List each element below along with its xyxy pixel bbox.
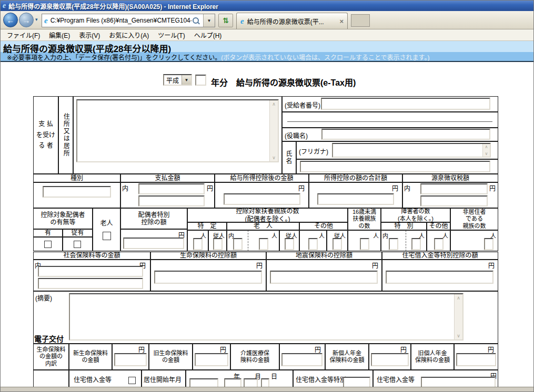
spin-up-icon[interactable]: ∧	[485, 145, 488, 149]
specified-subperson-box[interactable]	[213, 238, 223, 250]
person-label: 人	[406, 231, 426, 238]
payee-address-textarea[interactable]: ∧ ∨	[76, 99, 279, 162]
new-pension-input[interactable]	[371, 353, 409, 366]
name-label: 氏 名	[282, 141, 296, 174]
recent-pages-dropdown[interactable]: ▾	[35, 17, 38, 22]
specified-person-box[interactable]	[193, 238, 203, 250]
scroll-down-icon[interactable]: ∨	[272, 155, 276, 160]
other-subperson-box[interactable]	[333, 238, 342, 250]
care-label: 介護医療保 険料の金額	[230, 344, 279, 370]
memo-textarea[interactable]: ∧ ∨	[69, 293, 464, 341]
housing-loan-checkbox[interactable]	[128, 377, 136, 384]
quake-yen-label: 円	[372, 261, 378, 270]
menu-tools[interactable]: ツール(T)	[158, 30, 185, 39]
textarea-scrollbar[interactable]: ∧ ∨	[269, 100, 278, 161]
new-life-yen-label: 円	[138, 345, 145, 354]
specified-person-cell: 人	[187, 230, 208, 251]
care-input[interactable]	[281, 353, 323, 366]
total-deductions-input[interactable]	[317, 193, 394, 205]
spin-down-icon[interactable]: ∨	[485, 151, 488, 156]
memo-scrollbar[interactable]: ∧ ∨	[454, 294, 462, 339]
forward-icon: →	[23, 16, 31, 25]
scroll-down-icon[interactable]: ∨	[457, 333, 460, 338]
life-insurance-input[interactable]	[154, 271, 262, 284]
social-inner-input[interactable]	[38, 266, 143, 277]
care-yen-label: 円	[315, 345, 321, 354]
furigana-spinner[interactable]: ∧ ∨	[482, 144, 490, 157]
disabled-other-box[interactable]	[434, 238, 444, 250]
position-label: (役職名)	[285, 131, 308, 140]
era-select[interactable]: 平成 ▼	[163, 74, 192, 86]
tab-close-icon[interactable]: ×	[339, 17, 344, 25]
form-title: 年分 給与所得の源泉徴収票(e-Tax用)	[211, 76, 356, 88]
sub-person-label: 従人	[209, 231, 226, 238]
menu-help[interactable]: ヘルプ(H)	[194, 30, 222, 39]
menu-edit[interactable]: 編集(E)	[49, 30, 70, 39]
old-pension-input[interactable]	[456, 353, 496, 366]
withholding-inner-input[interactable]	[420, 183, 488, 194]
specified-subperson-cell: 従人	[208, 230, 227, 251]
housing-loan2-input[interactable]	[421, 377, 496, 388]
housing-deduction-input[interactable]	[386, 271, 493, 284]
denshi-koufu-label: 電子交付	[34, 333, 64, 344]
payment-inner-label: 内	[122, 183, 128, 192]
withholding-tax-input[interactable]	[420, 195, 488, 207]
nonresident-box[interactable]	[484, 238, 493, 250]
position-input[interactable]	[321, 129, 490, 140]
spouse-header: 控除対象配偶者 の有無等	[33, 208, 93, 229]
inner-label: 内	[227, 231, 248, 238]
search-icon[interactable]	[193, 17, 199, 24]
disabled-inner-box[interactable]	[389, 238, 398, 250]
under16-box[interactable]	[360, 238, 369, 250]
spouse-subhas-checkbox[interactable]	[74, 241, 81, 248]
disabled-special-cell: 人	[406, 230, 427, 251]
day-unit-label: 日	[271, 372, 277, 380]
forward-button[interactable]: →	[19, 13, 34, 27]
payment-amount-input[interactable]	[138, 195, 205, 207]
name-input[interactable]	[300, 161, 490, 172]
spouse-special-input[interactable]	[123, 238, 184, 249]
address-text[interactable]: C:¥Program Files (x86)¥nta_Gensen¥CMTEG1…	[51, 17, 192, 24]
after-deduction-input[interactable]	[224, 193, 300, 205]
disabled-special-box[interactable]	[411, 238, 421, 250]
other-person-box[interactable]	[308, 238, 318, 250]
furigana-input[interactable]: ∧ ∨	[332, 143, 491, 158]
menu-favorites[interactable]: お気に入り(A)	[109, 30, 149, 39]
old-life-input[interactable]	[195, 353, 228, 366]
other-person-cell: 人	[299, 230, 327, 251]
recipient-no-input[interactable]	[321, 98, 490, 110]
person-label: 人	[248, 231, 279, 238]
new-tab-stub[interactable]	[351, 14, 370, 27]
scroll-up-icon[interactable]: ∧	[457, 295, 460, 301]
back-button[interactable]: ←	[3, 13, 18, 27]
spouse-subhas-cell	[63, 237, 93, 251]
elderly-person-box[interactable]	[259, 238, 268, 250]
menu-view[interactable]: 表示(V)	[79, 30, 100, 39]
life-yen-label: 円	[256, 261, 263, 270]
social-insurance-input[interactable]	[38, 278, 143, 289]
dependents-count-header: 控除対象扶養親族の数 (配偶者を除く。)	[187, 208, 348, 222]
quake-insurance-input[interactable]	[270, 271, 378, 284]
browser-tab[interactable]: e 給与所得の源泉徴収票(平... ×	[236, 13, 348, 29]
header-after-deduction: 給与所得控除後の金額	[215, 174, 309, 182]
new-life-input[interactable]	[114, 353, 147, 366]
furigana-label: (フリガナ)	[299, 147, 328, 156]
disabled-special-header: 特 別	[381, 222, 427, 230]
page-note: ※必要事項を入力の上、「データ保存(署名付与)」をクリックしてください。(ボタン…	[7, 53, 429, 61]
spouse-elderly-checkbox[interactable]	[103, 232, 111, 240]
year-input[interactable]	[195, 75, 206, 86]
housing-special-input[interactable]	[343, 377, 370, 388]
person-label: 人	[348, 231, 380, 238]
spouse-has-checkbox[interactable]	[44, 241, 52, 248]
scroll-up-icon[interactable]: ∧	[272, 101, 276, 107]
old-pension-yen-label: 円	[488, 345, 494, 354]
elderly-inner-box[interactable]	[233, 238, 243, 250]
category-input[interactable]	[43, 186, 111, 198]
elderly-subperson-box[interactable]	[285, 238, 294, 250]
era-select-chevron-down-icon[interactable]: ▼	[182, 75, 191, 85]
payment-inner-input[interactable]	[138, 183, 205, 194]
address-bar[interactable]: e C:¥Program Files (x86)¥nta_Gensen¥CMTE…	[42, 14, 215, 27]
address-dropdown-button[interactable]: ▼	[203, 14, 215, 27]
refresh-button[interactable]: ⇅	[218, 14, 233, 27]
menu-file[interactable]: ファイル(F)	[7, 30, 40, 39]
